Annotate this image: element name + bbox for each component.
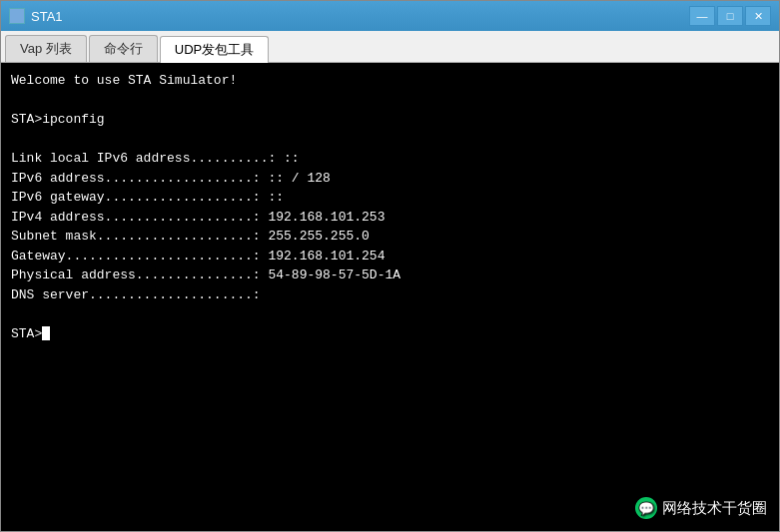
watermark: 💬 网络技术干货圈 [635, 497, 767, 519]
watermark-text: 网络技术干货圈 [662, 499, 767, 518]
terminal-cursor [42, 326, 50, 340]
terminal-area[interactable]: Welcome to use STA Simulator! STA>ipconf… [1, 63, 779, 531]
close-button[interactable]: ✕ [745, 6, 771, 26]
terminal-output: Welcome to use STA Simulator! STA>ipconf… [11, 71, 769, 343]
title-controls: — □ ✕ [689, 6, 771, 26]
minimize-button[interactable]: — [689, 6, 715, 26]
tab-cmd[interactable]: 命令行 [89, 35, 158, 62]
window-icon [9, 8, 25, 24]
main-window: STA1 — □ ✕ Vap 列表 命令行 UDP发包工具 Welcome to… [0, 0, 780, 532]
maximize-button[interactable]: □ [717, 6, 743, 26]
window-title: STA1 [31, 9, 63, 24]
tab-udp[interactable]: UDP发包工具 [160, 36, 269, 63]
title-bar: STA1 — □ ✕ [1, 1, 779, 31]
wechat-icon: 💬 [635, 497, 657, 519]
tab-vap[interactable]: Vap 列表 [5, 35, 87, 62]
title-text: STA1 [9, 8, 63, 24]
tab-bar: Vap 列表 命令行 UDP发包工具 [1, 31, 779, 63]
